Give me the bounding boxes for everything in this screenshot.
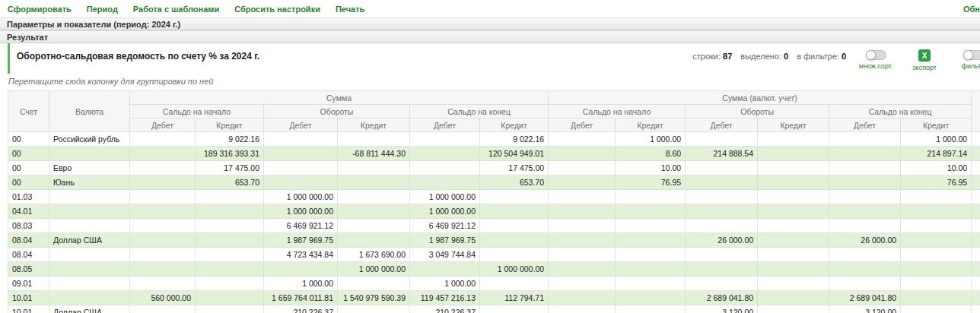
table-row[interactable]: 10.01560 000.001 659 764 011.811 540 979… (8, 291, 980, 305)
col-subgroup-header[interactable]: Обороты (264, 105, 410, 119)
cell-amount[interactable]: 3 120.00 (829, 305, 901, 313)
cell-amount[interactable]: 1 659 764 011.81 (264, 291, 338, 305)
cell-amount[interactable] (829, 132, 901, 147)
cell-amount[interactable]: 1 000 000.00 (338, 262, 410, 277)
col-header-account[interactable]: Счет (8, 91, 49, 132)
cell-amount[interactable] (338, 190, 410, 204)
cell-amount[interactable] (196, 248, 264, 262)
cell-amount[interactable] (829, 190, 901, 204)
cell-amount[interactable] (829, 147, 901, 161)
cell-account[interactable]: 01.03 (8, 190, 49, 204)
col-leaf-header[interactable]: Дебет (264, 119, 338, 132)
col-subgroup-header[interactable]: Обороты (686, 105, 829, 119)
cell-filler[interactable] (972, 204, 980, 219)
cell-amount[interactable] (686, 277, 758, 291)
cell-account[interactable]: 00 (8, 132, 49, 147)
cell-currency[interactable]: Доллар США (49, 305, 130, 313)
cell-amount[interactable]: 76.95 (616, 175, 686, 190)
cell-amount[interactable] (686, 248, 758, 262)
cell-account[interactable]: 00 (8, 147, 49, 161)
menu-refresh[interactable]: Обн (963, 5, 980, 14)
cell-account[interactable]: 08.04 (8, 248, 49, 262)
cell-amount[interactable] (130, 305, 196, 313)
cell-amount[interactable]: 214 897.14 (901, 147, 972, 161)
cell-amount[interactable] (549, 175, 616, 190)
cell-amount[interactable] (758, 277, 829, 291)
cell-amount[interactable]: 26 000.00 (686, 233, 758, 248)
cell-account[interactable]: 00 (8, 175, 49, 190)
cell-amount[interactable] (758, 248, 829, 262)
cell-amount[interactable]: 189 316 393.31 (196, 147, 264, 161)
cell-amount[interactable] (338, 204, 410, 219)
cell-amount[interactable]: 653.70 (196, 175, 264, 190)
filter-toggle[interactable] (963, 50, 980, 60)
cell-amount[interactable]: 1 000.00 (410, 277, 480, 291)
cell-amount[interactable] (130, 219, 196, 233)
cell-amount[interactable] (196, 233, 264, 248)
cell-amount[interactable] (338, 132, 410, 147)
cell-amount[interactable] (338, 277, 410, 291)
col-leaf-header[interactable]: Кредит (480, 119, 549, 132)
cell-amount[interactable] (758, 233, 829, 248)
cell-amount[interactable]: 10.00 (616, 161, 686, 175)
cell-amount[interactable] (196, 219, 264, 233)
cell-amount[interactable] (829, 219, 901, 233)
col-leaf-header[interactable]: Кредит (196, 119, 264, 132)
cell-amount[interactable] (480, 305, 549, 313)
cell-amount[interactable] (480, 233, 549, 248)
cell-amount[interactable]: 1 000.00 (901, 132, 972, 147)
cell-filler[interactable] (972, 161, 980, 175)
cell-filler[interactable] (972, 262, 980, 277)
cell-amount[interactable] (549, 161, 616, 175)
cell-amount[interactable] (549, 248, 616, 262)
cell-amount[interactable] (616, 233, 686, 248)
cell-amount[interactable]: 560 000.00 (130, 291, 196, 305)
cell-amount[interactable]: 653.70 (480, 175, 549, 190)
menu-period[interactable]: Период (87, 5, 118, 14)
cell-amount[interactable]: 1 000 000.00 (264, 204, 338, 219)
cell-currency[interactable] (49, 147, 130, 161)
panel-parameters-header[interactable]: Параметры и показатели (период: 2024 г.) (0, 17, 980, 30)
cell-amount[interactable]: 8.60 (616, 147, 686, 161)
col-leaf-header[interactable]: Дебет (686, 119, 758, 132)
cell-amount[interactable] (196, 277, 264, 291)
cell-currency[interactable]: Евро (49, 161, 130, 175)
menu-generate[interactable]: Сформировать (8, 5, 72, 14)
col-group-sum-currency[interactable]: Сумма (валют. учет) (549, 91, 972, 105)
cell-amount[interactable] (549, 147, 616, 161)
cell-amount[interactable]: 1 000 000.00 (410, 190, 480, 204)
cell-amount[interactable] (480, 204, 549, 219)
cell-currency[interactable] (49, 204, 130, 219)
cell-amount[interactable] (616, 305, 686, 313)
table-row[interactable]: 00189 316 393.31-68 811 444.30120 504 94… (8, 147, 980, 161)
cell-amount[interactable] (549, 291, 616, 305)
table-row[interactable]: 00Российский рубль9 022.169 022.161 000.… (8, 132, 980, 147)
cell-amount[interactable] (264, 262, 338, 277)
menu-reset-settings[interactable]: Сбросить настройки (234, 5, 320, 14)
cell-amount[interactable] (549, 305, 616, 313)
cell-amount[interactable]: 6 469 921.12 (264, 219, 338, 233)
menu-print[interactable]: Печать (336, 5, 364, 14)
cell-amount[interactable] (196, 190, 264, 204)
col-header-currency[interactable]: Валюта (49, 91, 130, 132)
cell-amount[interactable] (616, 190, 686, 204)
cell-amount[interactable] (901, 204, 972, 219)
cell-amount[interactable] (338, 233, 410, 248)
cell-amount[interactable] (686, 175, 758, 190)
cell-filler[interactable] (972, 277, 980, 291)
cell-amount[interactable] (901, 190, 972, 204)
cell-amount[interactable] (616, 262, 686, 277)
cell-amount[interactable]: 3 120.00 (686, 305, 758, 313)
multisort-toggle[interactable] (866, 50, 886, 60)
cell-currency[interactable]: Доллар США (49, 233, 130, 248)
cell-filler[interactable] (972, 305, 980, 313)
cell-amount[interactable] (758, 132, 829, 147)
cell-amount[interactable]: 76.95 (901, 175, 972, 190)
cell-amount[interactable]: 2 689 041.80 (829, 291, 901, 305)
cell-account[interactable]: 10.01 (8, 291, 49, 305)
cell-amount[interactable] (410, 262, 480, 277)
table-row[interactable]: 10.01Доллар США210 226.37210 226.373 120… (8, 305, 980, 313)
table-row[interactable]: 09.011 000.001 000.00 (8, 277, 980, 291)
cell-amount[interactable]: 17 475.00 (480, 161, 549, 175)
cell-amount[interactable] (130, 204, 196, 219)
